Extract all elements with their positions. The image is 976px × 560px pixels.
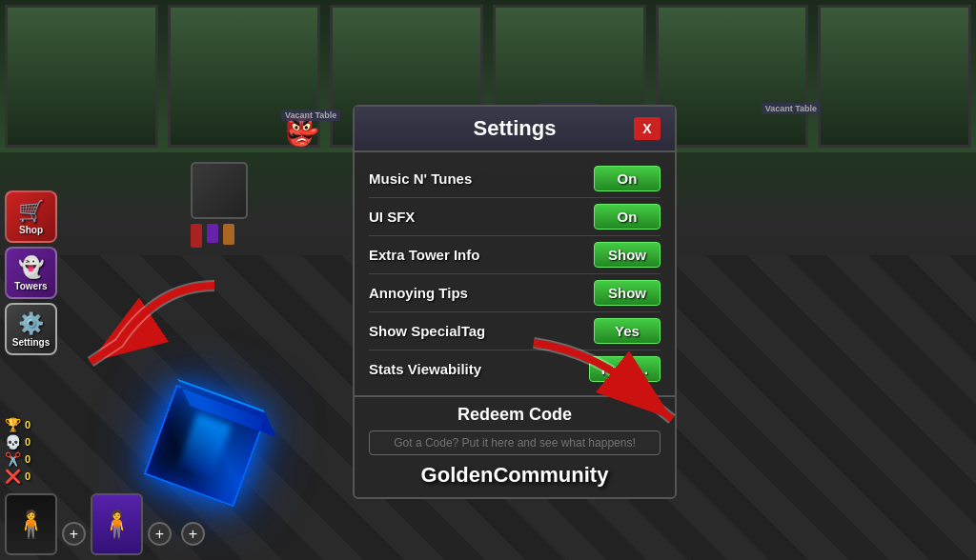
music-label: Music N' Tunes xyxy=(369,170,472,187)
avatar-1-img: 🧍 xyxy=(7,495,55,553)
x-icon: ❌ xyxy=(5,469,21,484)
setting-row-tips: Annoying Tips Show xyxy=(369,274,661,312)
avatar-1: 🧍 xyxy=(5,493,57,555)
add-button-1[interactable]: + xyxy=(62,522,86,546)
settings-icon: ⚙️ xyxy=(18,311,44,336)
setting-row-music: Music N' Tunes On xyxy=(369,160,661,198)
bottom-stats: 🏆 0 💀 0 ✂️ 0 ❌ 0 xyxy=(5,417,30,484)
close-button[interactable]: X xyxy=(634,117,661,140)
sfx-label: UI SFX xyxy=(369,209,415,225)
right-arrow xyxy=(505,324,696,438)
avatar-2: 🧍 xyxy=(91,493,143,555)
setting-row-tower-info: Extra Tower Info Show xyxy=(369,236,661,274)
towers-icon: 👻 xyxy=(18,255,44,280)
settings-button[interactable]: ⚙️ Settings xyxy=(5,303,57,355)
chair xyxy=(191,162,248,219)
stat-row-trophy: 🏆 0 xyxy=(5,417,30,432)
add-avatar-3: + xyxy=(181,493,205,550)
towers-label: Towers xyxy=(14,281,47,291)
stat-row-skull: 💀 0 xyxy=(5,434,30,450)
bottle xyxy=(191,224,202,248)
tips-toggle[interactable]: Show xyxy=(594,280,661,306)
tower-info-toggle[interactable]: Show xyxy=(594,242,661,268)
redeem-code-display: GoldenCommunity xyxy=(369,463,661,488)
towers-button[interactable]: 👻 Towers xyxy=(5,247,57,299)
vacant-table-label-3: Vacant Table xyxy=(762,103,821,114)
window-pane xyxy=(818,5,971,148)
trophy-icon: 🏆 xyxy=(5,417,21,432)
music-toggle[interactable]: On xyxy=(594,166,661,191)
shop-icon: 🛒 xyxy=(18,199,44,224)
special-tag-label: Show SpecialTag xyxy=(369,323,485,339)
skull-value: 0 xyxy=(25,436,30,448)
settings-modal: Settings X Music N' Tunes On UI SFX On E… xyxy=(353,105,677,499)
add-avatar-1: + xyxy=(62,493,86,550)
tower-info-label: Extra Tower Info xyxy=(369,247,479,263)
viewability-label: Stats Viewability xyxy=(369,361,481,377)
shop-label: Shop xyxy=(19,225,43,235)
settings-label: Settings xyxy=(12,337,50,348)
trophy-value: 0 xyxy=(25,419,30,430)
sfx-toggle[interactable]: On xyxy=(594,204,661,230)
left-furniture xyxy=(191,162,248,248)
scissors-icon: ✂️ xyxy=(5,451,21,467)
scissors-value: 0 xyxy=(25,453,30,465)
left-arrow xyxy=(62,267,234,381)
add-avatar-2: + xyxy=(148,493,172,550)
vacant-table-label-1: Vacant Table xyxy=(281,110,340,121)
bottom-avatars: 🧍 + 🧍 + + xyxy=(5,493,205,555)
stat-row-x: ❌ 0 xyxy=(5,469,30,484)
table-items xyxy=(191,224,248,248)
stat-row-scissors: ✂️ 0 xyxy=(5,451,30,467)
left-sidebar: 🛒 Shop 👻 Towers ⚙️ Settings xyxy=(5,190,57,355)
settings-header: Settings X xyxy=(355,107,675,152)
bottle xyxy=(223,224,234,245)
setting-row-sfx: UI SFX On xyxy=(369,198,661,236)
skull-icon: 💀 xyxy=(5,434,21,450)
shop-button[interactable]: 🛒 Shop xyxy=(5,190,57,243)
window-pane xyxy=(656,5,809,148)
tips-label: Annoying Tips xyxy=(369,285,468,301)
avatar-2-img: 🧍 xyxy=(92,495,141,553)
add-button-3[interactable]: + xyxy=(181,522,205,546)
add-button-2[interactable]: + xyxy=(148,522,172,546)
bottle xyxy=(207,224,218,243)
settings-title: Settings xyxy=(396,116,634,141)
x-value: 0 xyxy=(25,470,30,482)
window-pane xyxy=(5,5,158,148)
